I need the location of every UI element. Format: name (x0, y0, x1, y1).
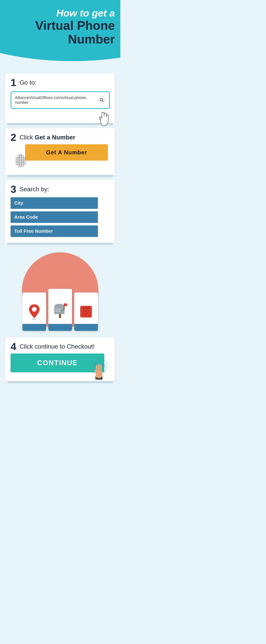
svg-point-0 (100, 98, 103, 101)
toll-free-option[interactable]: Toll Free Number (10, 226, 98, 237)
url-text: AllianceVirtualOffices.com/virtual-phone… (15, 95, 87, 105)
svg-rect-24 (16, 163, 18, 164)
step-1-wrapper: 1 Go to: AllianceVirtualOffices.com/virt… (5, 74, 115, 125)
svg-rect-9 (18, 156, 20, 157)
svg-point-43 (85, 310, 87, 312)
svg-rect-13 (16, 159, 18, 161)
svg-rect-8 (20, 159, 21, 161)
phone-cards-group (22, 289, 98, 331)
telephone-card (74, 292, 98, 331)
svg-rect-23 (23, 161, 25, 163)
step-2-label: Click Get a Number (19, 134, 75, 141)
continue-wrapper: CONTINUE (10, 354, 110, 372)
pixel-cursor-icon (12, 154, 30, 170)
svg-rect-12 (16, 157, 18, 159)
step-4-number: 4 (10, 342, 16, 352)
step-1-number: 1 (10, 78, 16, 88)
url-section: AllianceVirtualOffices.com/virtual-phone… (10, 91, 110, 120)
svg-rect-27 (21, 163, 23, 164)
telephone-icon (79, 304, 93, 319)
svg-rect-56 (98, 364, 100, 371)
header-line2: Virtual Phone Number (5, 19, 115, 46)
svg-rect-26 (20, 163, 21, 164)
search-icon[interactable] (98, 96, 106, 104)
svg-rect-11 (18, 159, 20, 161)
svg-rect-19 (16, 161, 18, 163)
svg-point-50 (88, 314, 89, 316)
step-2-number: 2 (10, 132, 16, 142)
step-3-number: 3 (10, 184, 16, 194)
card-bar-3 (74, 324, 98, 331)
area-code-option[interactable]: Area Code (10, 212, 98, 223)
mailbox-card (48, 289, 72, 331)
svg-rect-20 (18, 161, 20, 163)
svg-rect-16 (21, 159, 23, 161)
card-bar-2 (48, 324, 72, 331)
url-display[interactable]: AllianceVirtualOffices.com/virtual-phone… (10, 91, 110, 109)
location-pin-icon (27, 304, 41, 320)
svg-rect-39 (55, 308, 61, 312)
svg-rect-29 (18, 164, 20, 166)
svg-rect-57 (100, 365, 102, 371)
svg-rect-7 (20, 157, 21, 159)
card-bar-1 (22, 324, 46, 331)
svg-rect-22 (21, 161, 23, 163)
svg-point-46 (85, 312, 87, 314)
svg-rect-30 (20, 164, 21, 166)
svg-rect-6 (20, 156, 21, 157)
header-line1: How to get a (5, 7, 115, 19)
svg-point-48 (83, 314, 85, 316)
cursor-hand-1 (95, 108, 112, 127)
svg-line-1 (103, 101, 104, 102)
step-4-area: CONTINUE (10, 352, 110, 378)
step-1-block: 1 Go to: AllianceVirtualOffices.com/virt… (5, 74, 115, 123)
illustration-section (5, 247, 115, 334)
svg-rect-10 (18, 157, 20, 159)
get-number-button[interactable]: Get A Number (25, 144, 108, 160)
header-section: How to get a Virtual Phone Number (0, 0, 120, 68)
svg-rect-21 (20, 161, 21, 163)
city-option[interactable]: City (10, 197, 98, 209)
search-options: City Area Code Toll Free Number (10, 197, 110, 237)
svg-rect-37 (64, 304, 67, 306)
step-4-block: 4 Click continue to Checkout! CONTINUE (5, 338, 115, 381)
step-3-wrapper: 3 Search by: City Area Code Toll Free Nu… (5, 180, 115, 245)
svg-rect-25 (18, 163, 20, 164)
continue-hand-icon (84, 354, 113, 382)
svg-rect-15 (21, 157, 23, 159)
step-2-block: 2 Click Get a Number (5, 128, 115, 175)
svg-rect-17 (23, 157, 25, 159)
svg-rect-31 (21, 164, 23, 166)
svg-point-33 (32, 307, 37, 312)
step-1-label: Go to: (19, 79, 36, 86)
svg-rect-18 (23, 159, 25, 161)
step-3-block: 3 Search by: City Area Code Toll Free Nu… (5, 180, 115, 243)
svg-rect-28 (23, 163, 25, 164)
step-4-wrapper: 4 Click continue to Checkout! CONTINUE (5, 338, 115, 383)
svg-point-47 (88, 312, 89, 314)
svg-rect-34 (59, 314, 61, 318)
step-4-label: Click continue to Checkout! (19, 343, 95, 350)
svg-point-32 (32, 318, 37, 320)
svg-rect-14 (21, 156, 23, 157)
step-2-area: Get A Number (10, 142, 110, 172)
mailbox-icon (53, 302, 67, 318)
svg-rect-5 (20, 154, 21, 156)
svg-point-44 (88, 310, 89, 312)
step-3-label: Search by: (19, 186, 49, 193)
step-2-wrapper: 2 Click Get a Number (5, 128, 115, 177)
svg-point-49 (85, 314, 87, 316)
location-card (22, 292, 46, 331)
svg-point-42 (83, 310, 85, 312)
svg-point-45 (83, 312, 85, 314)
